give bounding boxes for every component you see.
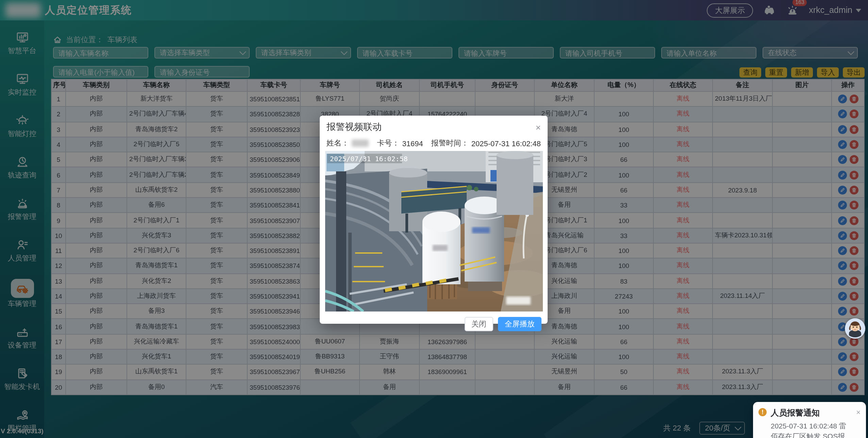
- card-label: 卡号：: [377, 138, 400, 148]
- assistant-avatar[interactable]: [845, 318, 865, 339]
- close-button[interactable]: 关闭: [465, 317, 493, 331]
- modal-title: 报警视频联动: [327, 121, 382, 133]
- toast-title: 人员报警通知: [771, 407, 852, 419]
- toast-message: 2025-07-31 16:02:48 雷佰存在厂区触发 SOS报警 请及时处理: [771, 421, 852, 438]
- watermark-redacted: [506, 297, 530, 305]
- name-label: 姓名：: [327, 138, 349, 148]
- alarm-time: 2025-07-31 16:02:48: [471, 139, 541, 147]
- screen: 人员定位管理系统 大屏展示 163 xrkc_admin 智慧平台实时监控智能灯…: [0, 0, 868, 438]
- alarm-toast: ! 人员报警通知 2025-07-31 16:02:48 雷佰存在厂区触发 SO…: [753, 402, 866, 438]
- close-icon[interactable]: ×: [536, 123, 541, 132]
- card-number: 31694: [402, 139, 423, 147]
- warning-icon: !: [758, 408, 767, 416]
- cctv-video-frame[interactable]: 2025/07/31 16:02:58: [325, 151, 542, 311]
- alarm-info-line: 姓名： 卡号： 31694 报警时间： 2025-07-31 16:02:48: [320, 135, 548, 151]
- cctv-scene-illustration: 2025/07/31 16:02:58: [325, 151, 542, 311]
- time-label: 报警时间：: [431, 138, 469, 148]
- close-icon[interactable]: ×: [856, 408, 861, 416]
- fullscreen-play-button[interactable]: 全屏播放: [498, 317, 541, 331]
- alarm-video-modal: 报警视频联动 × 姓名： 卡号： 31694 报警时间： 2025-07-31 …: [320, 116, 548, 324]
- video-osd-timestamp: 2025/07/31 16:02:58: [330, 155, 407, 163]
- name-redacted: [352, 139, 369, 147]
